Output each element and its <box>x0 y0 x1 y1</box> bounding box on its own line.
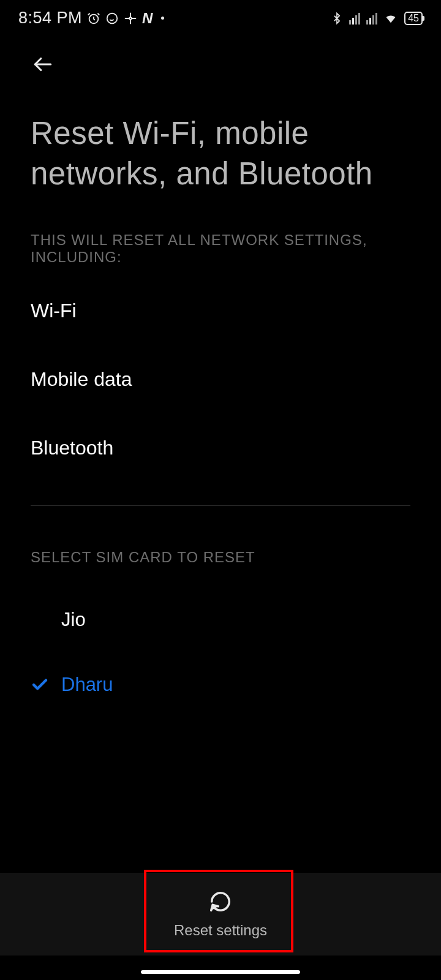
status-left: 8:54 PM N <box>18 9 164 28</box>
status-bar: 8:54 PM N 45 <box>0 0 441 34</box>
signal-sim1-icon <box>349 12 360 24</box>
battery-indicator: 45 <box>404 12 423 25</box>
page-title: Reset Wi-Fi, mobile networks, and Blueto… <box>31 113 410 195</box>
status-right: 45 <box>331 12 423 25</box>
reset-settings-button[interactable]: Reset settings <box>137 878 304 951</box>
whatsapp-icon <box>105 12 119 25</box>
reset-icon <box>209 890 232 916</box>
reset-item-bluetooth: Bluetooth <box>31 437 410 459</box>
more-notifications-dot <box>161 17 164 20</box>
reset-button-label: Reset settings <box>174 922 267 939</box>
bluetooth-icon <box>331 12 343 25</box>
signal-sim2-icon <box>366 12 377 24</box>
status-time: 8:54 PM <box>18 9 82 28</box>
reset-item-wifi: Wi-Fi <box>31 300 410 322</box>
pinwheel-icon <box>124 12 137 25</box>
check-icon <box>31 676 61 694</box>
svg-point-1 <box>107 13 118 23</box>
wifi-icon <box>383 12 398 25</box>
notification-icon: N <box>142 10 153 27</box>
sim-section-header: SELECT SIM CARD TO RESET <box>31 549 410 566</box>
sim-option-dharu[interactable]: Dharu <box>31 662 410 708</box>
svg-point-2 <box>129 17 132 20</box>
sim-label: Dharu <box>61 674 113 696</box>
reset-item-mobile-data: Mobile data <box>31 368 410 391</box>
battery-level: 45 <box>408 13 419 24</box>
sim-label: Jio <box>61 609 86 631</box>
alarm-icon <box>87 12 100 25</box>
reset-description: THIS WILL RESET ALL NETWORK SETTINGS, IN… <box>31 232 410 266</box>
divider <box>31 505 410 506</box>
bottom-bar: Reset settings <box>0 873 441 956</box>
sim-option-jio[interactable]: Jio <box>31 597 410 643</box>
back-button[interactable] <box>31 52 55 77</box>
nav-home-indicator[interactable] <box>141 970 300 974</box>
